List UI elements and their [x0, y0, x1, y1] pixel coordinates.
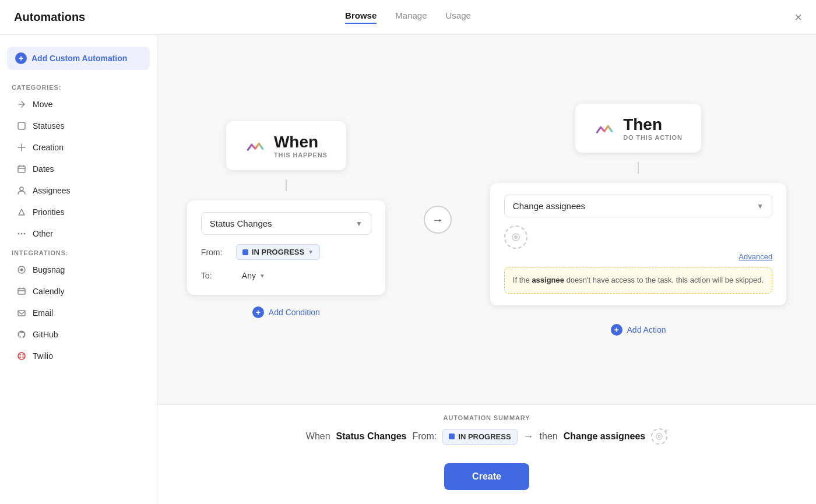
sidebar-item-creation-label: Creation — [33, 143, 64, 152]
sidebar-item-github[interactable]: GitHub — [5, 324, 152, 345]
integrations-label: INTEGRATIONS: — [0, 245, 157, 259]
from-label: From: — [201, 248, 229, 257]
svg-rect-9 — [18, 311, 25, 316]
add-condition-plus-icon: + — [252, 306, 264, 318]
close-button[interactable]: × — [794, 10, 802, 25]
tab-browse[interactable]: Browse — [345, 10, 377, 24]
svg-point-15 — [246, 136, 265, 155]
add-condition-label: Add Condition — [269, 308, 320, 317]
sidebar-item-other-label: Other — [33, 229, 53, 238]
assignees-icon — [16, 185, 27, 196]
sidebar-item-move-label: Move — [33, 100, 52, 109]
advanced-link[interactable]: Advanced — [504, 252, 772, 261]
sidebar-item-twilio-label: Twilio — [33, 351, 53, 361]
chevron-down-icon: ▼ — [356, 220, 363, 228]
svg-point-19 — [658, 435, 660, 438]
tab-usage[interactable]: Usage — [446, 10, 471, 24]
warning-text-2: doesn't have access to the task, this ac… — [564, 276, 764, 284]
add-action-button[interactable]: + Add Action — [611, 324, 666, 336]
chevron-down-icon-to: ▼ — [259, 273, 265, 279]
summary-change-assignees: Change assignees — [564, 431, 646, 442]
warning-text-1: If the — [513, 276, 532, 284]
summary-assignee-placeholder[interactable]: + — [651, 428, 667, 445]
summary-then-text: then — [540, 431, 558, 442]
sidebar-item-assignees[interactable]: Assignees — [5, 180, 152, 201]
sidebar-item-creation[interactable]: Creation — [5, 137, 152, 158]
add-custom-automation-button[interactable]: + Add Custom Automation — [7, 47, 150, 70]
plus-icon: + — [15, 52, 27, 64]
when-card-header: When THIS HAPPENS — [226, 121, 346, 170]
sidebar: + Add Custom Automation CATEGORIES: Move… — [0, 35, 157, 504]
sidebar-item-calendly[interactable]: Calendly — [5, 281, 152, 302]
other-icon — [16, 228, 27, 239]
add-action-plus-icon: + — [611, 324, 622, 336]
svg-point-4 — [18, 233, 20, 235]
assignee-placeholder[interactable]: + — [504, 225, 527, 249]
sidebar-item-email[interactable]: Email — [5, 302, 152, 323]
clickup-logo-then — [594, 118, 615, 139]
add-condition-button[interactable]: + Add Condition — [252, 306, 320, 318]
sidebar-item-bugsnag[interactable]: Bugsnag — [5, 259, 152, 280]
sidebar-item-statuses[interactable]: Statuses — [5, 115, 152, 136]
create-button-row: Create — [157, 454, 816, 504]
to-label: To: — [201, 271, 229, 280]
chevron-down-icon-action: ▼ — [757, 202, 764, 210]
arrow-connector: → — [420, 206, 455, 234]
sidebar-item-other[interactable]: Other — [5, 223, 152, 244]
sidebar-item-dates-label: Dates — [33, 164, 54, 174]
then-sub-label: DO THIS ACTION — [623, 134, 683, 141]
svg-point-13 — [19, 357, 20, 358]
svg-point-12 — [22, 354, 23, 355]
to-any-badge[interactable]: Any ▼ — [236, 268, 271, 283]
action-dropdown[interactable]: Change assignees ▼ — [504, 195, 772, 217]
chevron-down-icon-from: ▼ — [308, 249, 314, 255]
statuses-icon — [16, 121, 27, 131]
add-action-label: Add Action — [627, 325, 666, 334]
svg-point-10 — [18, 353, 25, 360]
create-button[interactable]: Create — [444, 463, 529, 490]
email-icon — [16, 308, 27, 318]
from-status-badge[interactable]: IN PROGRESS ▼ — [236, 244, 320, 260]
summary-arrow-icon: → — [523, 431, 534, 443]
condition-fields: From: IN PROGRESS ▼ To: — [201, 244, 371, 283]
add-custom-automation-label: Add Custom Automation — [31, 54, 127, 63]
arrow-circle: → — [424, 206, 452, 234]
status-dot — [242, 249, 248, 255]
svg-point-3 — [21, 233, 23, 235]
then-text-wrap: Then DO THIS ACTION — [623, 115, 683, 141]
svg-point-11 — [19, 354, 20, 355]
to-row: To: Any ▼ — [201, 268, 371, 283]
github-icon — [16, 329, 27, 340]
sidebar-item-bugsnag-label: Bugsnag — [33, 265, 65, 274]
svg-point-7 — [20, 269, 23, 272]
summary-when-text: When — [306, 431, 330, 442]
action-card: Change assignees ▼ + Advanced — [490, 183, 786, 305]
sidebar-item-move[interactable]: Move — [5, 94, 152, 115]
summary-in-progress: IN PROGRESS — [458, 432, 511, 441]
summary-status-badge[interactable]: IN PROGRESS — [442, 429, 517, 445]
twilio-icon — [16, 351, 27, 361]
sidebar-item-priorities[interactable]: Priorities — [5, 202, 152, 223]
summary-gear-icon — [655, 432, 663, 440]
svg-rect-1 — [18, 166, 25, 172]
tab-manage[interactable]: Manage — [395, 10, 427, 24]
builder-canvas: When THIS HAPPENS Status Changes ▼ — [157, 35, 816, 404]
bugsnag-icon — [16, 265, 27, 275]
app-title: Automations — [14, 10, 85, 24]
then-section: Then DO THIS ACTION Change assignees ▼ — [490, 104, 786, 336]
when-sub-label: THIS HAPPENS — [274, 151, 328, 158]
svg-rect-8 — [18, 288, 25, 294]
sidebar-item-email-label: Email — [33, 308, 53, 318]
connector-line-1 — [286, 179, 287, 191]
trigger-dropdown[interactable]: Status Changes ▼ — [201, 212, 371, 235]
sidebar-item-dates[interactable]: Dates — [5, 158, 152, 179]
sidebar-item-twilio[interactable]: Twilio — [5, 346, 152, 366]
content-area: When THIS HAPPENS Status Changes ▼ — [157, 35, 816, 504]
when-section: When THIS HAPPENS Status Changes ▼ — [187, 121, 385, 318]
when-text-wrap: When THIS HAPPENS — [274, 133, 328, 158]
sidebar-item-priorities-label: Priorities — [33, 207, 64, 217]
summary-from-text: From: — [413, 431, 437, 442]
sidebar-item-github-label: GitHub — [33, 330, 58, 339]
warning-box: If the assignee doesn't have access to t… — [504, 267, 772, 294]
assignee-plus-icon: + — [513, 232, 518, 242]
